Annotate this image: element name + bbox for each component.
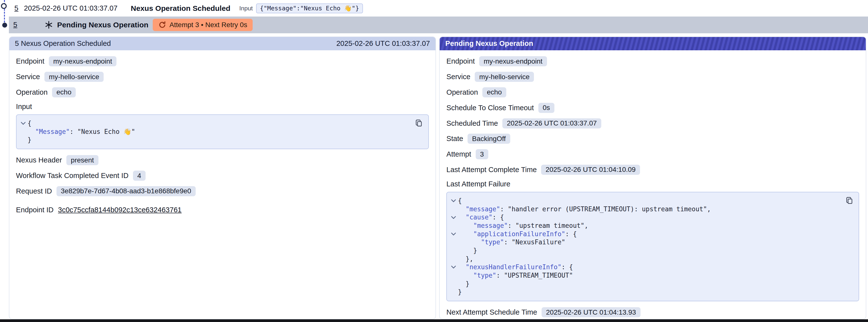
pending-operation-panel: Pending Nexus Operation Endpoint my-nexu… (439, 36, 866, 319)
code-text: { (28, 119, 32, 128)
retry-badge-label: Attempt 3 • Next Retry 0s (169, 21, 247, 29)
collapse-chevron-icon[interactable] (449, 230, 458, 238)
field-state: State BackingOff (446, 131, 859, 147)
field-value-chip: 3e829b7e-7d67-4b08-aad3-b1e868bfe9e0 (57, 186, 196, 196)
panel-title: Pending Nexus Operation (445, 39, 533, 47)
nexus-asterisk-icon (45, 21, 53, 29)
timeline-dot-icon (2, 23, 7, 28)
code-text: "nexusHandlerFailureInfo": { (458, 263, 573, 271)
gutter-spacer (449, 255, 458, 263)
field-label: Scheduled Time (446, 119, 498, 127)
panel-title: 5 Nexus Operation Scheduled (15, 39, 111, 47)
field-value-chip: my-nexus-endpoint (49, 56, 117, 66)
field-value-chip: 2025-02-26 UTC 01:03:37.07 (502, 118, 601, 128)
field-label: Endpoint ID (16, 206, 54, 214)
field-scheduled-time: Scheduled Time 2025-02-26 UTC 01:03:37.0… (446, 116, 859, 131)
code-line: { (449, 197, 840, 205)
field-label: Service (16, 73, 40, 81)
field-request-id: Request ID 3e829b7e-7d67-4b08-aad3-b1e86… (16, 184, 429, 199)
field-value-chip: my-hello-service (44, 72, 104, 82)
field-label: Last Attempt Complete Time (446, 166, 537, 174)
code-line: } (449, 247, 840, 255)
gutter-spacer (19, 136, 28, 144)
code-text: "type": "NexusFailure" (458, 238, 565, 247)
field-service: Service my-hello-service (16, 69, 429, 85)
gutter-spacer (19, 128, 28, 136)
code-text: } (28, 136, 32, 144)
field-endpoint: Endpoint my-nexus-endpoint (446, 54, 859, 69)
code-line: "message": "upstream timeout", (449, 222, 840, 230)
event-timestamp: 2025-02-26 UTC 01:03:37.07 (24, 4, 118, 12)
code-text: } (458, 247, 477, 255)
event-timeline-rail (0, 0, 9, 322)
code-line: { (19, 119, 410, 128)
event-id-link[interactable]: 5 (13, 21, 17, 29)
field-label: Schedule To Close Timeout (446, 104, 534, 112)
field-attempt: Attempt 3 (446, 147, 859, 162)
field-value-chip: my-hello-service (475, 72, 534, 82)
field-label: Workflow Task Completed Event ID (16, 171, 128, 180)
collapse-chevron-icon[interactable] (19, 119, 28, 128)
code-text: "cause": { (458, 213, 504, 222)
field-label: Service (446, 73, 470, 81)
timeline-circle-icon (1, 3, 6, 9)
gutter-spacer (449, 222, 458, 230)
input-json-block: { "Message": "Nexus Echo 👋"} (16, 115, 429, 149)
event-title: Nexus Operation Scheduled (131, 4, 230, 12)
field-label: State (446, 135, 463, 143)
code-text: } (458, 280, 469, 288)
field-value-chip: 2025-02-26 UTC 01:04:13.93 (541, 307, 641, 317)
collapse-chevron-icon[interactable] (449, 213, 458, 222)
code-line: "nexusHandlerFailureInfo": { (449, 263, 840, 271)
field-workflow-task-completed-event-id: Workflow Task Completed Event ID 4 (16, 168, 429, 184)
field-value-chip: my-nexus-endpoint (479, 56, 547, 66)
code-line: "cause": { (449, 213, 840, 222)
field-value-chip: 3 (476, 149, 488, 159)
gutter-spacer (449, 271, 458, 280)
gutter-spacer (449, 247, 458, 255)
field-value-chip: BackingOff (468, 134, 510, 144)
code-text: { (458, 197, 462, 205)
temporal-event-history: 5 2025-02-26 UTC 01:03:37.07 Nexus Opera… (0, 0, 868, 322)
code-line: "type": "NexusFailure" (449, 238, 840, 247)
gutter-spacer (449, 280, 458, 288)
field-next-attempt-schedule-time: Next Attempt Schedule Time 2025-02-26 UT… (446, 304, 859, 319)
field-value-chip: 4 (133, 171, 146, 181)
field-service: Service my-hello-service (446, 69, 859, 85)
event-row-nexus-operation-scheduled[interactable]: 5 2025-02-26 UTC 01:03:37.07 Nexus Opera… (9, 0, 868, 17)
field-operation: Operation echo (16, 85, 429, 100)
bottom-divider-bar (0, 319, 868, 322)
event-detail-panels: 5 Nexus Operation Scheduled 2025-02-26 U… (9, 36, 866, 319)
copy-json-button[interactable] (414, 118, 424, 128)
code-text: "message": "handler error (UPSTREAM_TIME… (458, 205, 711, 214)
code-line: } (449, 288, 840, 296)
code-text: }, (458, 255, 473, 263)
input-inline-value: {"Message":"Nexus Echo 👋"} (256, 3, 363, 13)
endpoint-id-link[interactable]: 3c0c75ccfa8144b092c13ce632463761 (58, 206, 182, 214)
copy-icon (845, 197, 853, 204)
field-nexus-header: Nexus Header present (16, 152, 429, 168)
field-schedule-to-close-timeout: Schedule To Close Timeout 0s (446, 100, 859, 116)
gutter-spacer (449, 288, 458, 296)
field-value-chip: 0s (538, 103, 554, 113)
field-label: Operation (446, 88, 478, 96)
field-value-chip: echo (52, 87, 76, 97)
field-label: Endpoint (16, 57, 44, 65)
input-inline-label: Input (239, 5, 253, 12)
collapse-chevron-icon[interactable] (449, 197, 458, 205)
field-label: Request ID (16, 187, 52, 195)
field-label: Endpoint (446, 57, 475, 65)
code-text: "applicationFailureInfo": { (458, 230, 577, 238)
collapse-chevron-icon[interactable] (449, 263, 458, 271)
field-value-chip: echo (483, 87, 506, 97)
event-id-link[interactable]: 5 (14, 4, 18, 12)
event-row-pending-nexus-operation[interactable]: 5 Pending Nexus Operation Attempt 3 • Ne… (9, 17, 868, 33)
code-line: "Message": "Nexus Echo 👋" (19, 128, 410, 136)
copy-json-button[interactable] (844, 196, 854, 205)
code-line: }, (449, 255, 840, 263)
field-label: Nexus Header (16, 156, 62, 164)
field-last-attempt-complete-time: Last Attempt Complete Time 2025-02-26 UT… (446, 162, 859, 178)
field-value-chip: present (66, 155, 98, 165)
code-text: "Message": "Nexus Echo 👋" (28, 128, 135, 136)
code-line: "message": "handler error (UPSTREAM_TIME… (449, 205, 840, 214)
